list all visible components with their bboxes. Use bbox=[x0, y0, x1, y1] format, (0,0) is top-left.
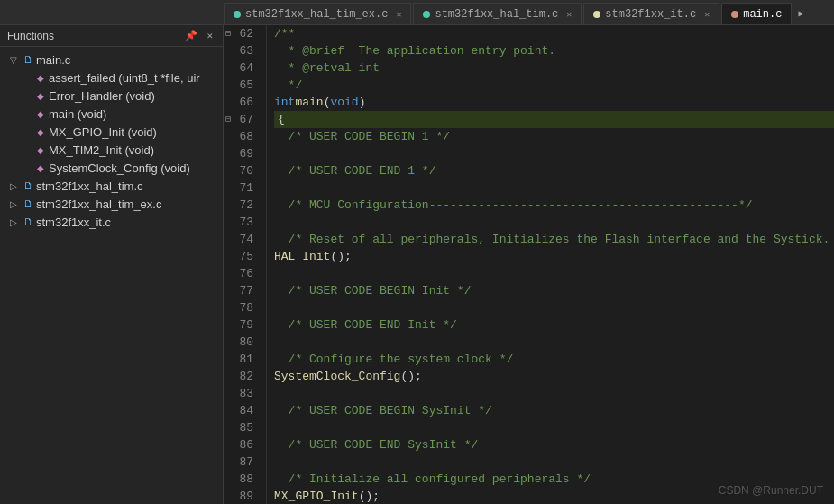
diamond-icon: ◆ bbox=[32, 109, 49, 119]
sidebar-item-hal-tim[interactable]: ▷ 🗋 stm32f1xx_hal_tim.c bbox=[0, 177, 223, 195]
code-line: * @brief The application entry point. bbox=[274, 42, 834, 60]
tree-item-label: assert_failed (uint8_t *file, uir bbox=[49, 71, 219, 85]
tab-dot bbox=[593, 11, 600, 18]
code-line: /* USER CODE END SysInit */ bbox=[274, 436, 834, 454]
code-line: /* USER CODE END Init */ bbox=[274, 316, 834, 334]
code-line bbox=[274, 214, 834, 231]
code-line: HAL_Init(); bbox=[274, 248, 834, 265]
tab-dot bbox=[423, 11, 430, 18]
sidebar-header-icons: 📌 ✕ bbox=[182, 29, 215, 42]
sidebar-item-it-c[interactable]: ▷ 🗋 stm32f1xx_it.c bbox=[0, 213, 223, 231]
code-line bbox=[274, 265, 834, 282]
tab-label: main.c bbox=[743, 8, 782, 21]
expand-icon[interactable]: ▷ bbox=[7, 217, 20, 227]
sidebar-tree: ▽ 🗋 main.c ◆ assert_failed (uint8_t *fil… bbox=[0, 47, 223, 504]
sidebar-title: Functions bbox=[7, 30, 54, 42]
code-line: SystemClock_Config(); bbox=[274, 368, 834, 385]
tab-stm32f1xx-it[interactable]: stm32f1xx_it.c ✕ bbox=[583, 3, 719, 24]
tab-close-icon[interactable]: ✕ bbox=[396, 9, 401, 20]
code-line: */ bbox=[274, 77, 834, 94]
tab-label: stm32f1xx_hal_tim_ex.c bbox=[245, 8, 388, 21]
tree-item-label: main.c bbox=[36, 53, 219, 67]
code-line bbox=[274, 179, 834, 197]
code-line: /* Initialize all configured peripherals… bbox=[274, 471, 834, 488]
code-line: /** bbox=[274, 25, 834, 42]
tree-item-label: MX_GPIO_Init (void) bbox=[49, 125, 219, 139]
tab-stm32f1xx-hal-tim-ex[interactable]: stm32f1xx_hal_tim_ex.c ✕ bbox=[224, 3, 411, 24]
sidebar-item-mx-gpio-init[interactable]: ◆ MX_GPIO_Init (void) bbox=[0, 123, 223, 141]
code-line: /* USER CODE BEGIN Init */ bbox=[274, 282, 834, 299]
code-line bbox=[274, 385, 834, 402]
code-line: {▶ bbox=[274, 111, 834, 128]
sidebar-item-mx-tim2-init[interactable]: ◆ MX_TIM2_Init (void) bbox=[0, 141, 223, 159]
expand-icon[interactable]: ▷ bbox=[7, 181, 20, 191]
tree-item-label: main (void) bbox=[49, 107, 219, 121]
pin-icon[interactable]: 📌 bbox=[182, 29, 200, 42]
main-area: Functions 📌 ✕ ▽ 🗋 main.c ◆ assert_failed… bbox=[0, 25, 834, 504]
code-line: /* MCU Configuration--------------------… bbox=[274, 197, 834, 214]
line-numbers: ⊟6263646566⊟6768697071727374757677787980… bbox=[224, 25, 267, 504]
tree-item-label: MX_TIM2_Init (void) bbox=[49, 143, 219, 157]
close-icon[interactable]: ✕ bbox=[204, 29, 215, 42]
diamond-icon: ◆ bbox=[32, 145, 49, 155]
code-line bbox=[274, 419, 834, 436]
tree-item-label: stm32f1xx_it.c bbox=[36, 215, 219, 229]
diamond-icon: ◆ bbox=[32, 91, 49, 101]
tab-label: stm32f1xx_hal_tim.c bbox=[435, 8, 558, 21]
sidebar-item-main-c[interactable]: ▽ 🗋 main.c bbox=[0, 50, 223, 69]
file-icon: 🗋 bbox=[20, 198, 36, 209]
tree-item-label: SystemClock_Config (void) bbox=[49, 161, 219, 175]
tree-item-label: stm32f1xx_hal_tim_ex.c bbox=[36, 197, 219, 211]
code-line bbox=[274, 299, 834, 316]
tab-dot bbox=[234, 11, 241, 18]
tab-bar: stm32f1xx_hal_tim_ex.c ✕ stm32f1xx_hal_t… bbox=[0, 0, 834, 25]
sidebar-item-hal-tim-ex[interactable]: ▷ 🗋 stm32f1xx_hal_tim_ex.c bbox=[0, 195, 223, 213]
sidebar-item-assert-failed[interactable]: ◆ assert_failed (uint8_t *file, uir bbox=[0, 69, 223, 87]
code-line bbox=[274, 334, 834, 351]
code-editor: ⊟6263646566⊟6768697071727374757677787980… bbox=[224, 25, 834, 504]
sidebar-item-systemclock-config[interactable]: ◆ SystemClock_Config (void) bbox=[0, 159, 223, 177]
expand-icon[interactable]: ▽ bbox=[7, 55, 20, 65]
code-line: * @retval int bbox=[274, 60, 834, 77]
file-icon: 🗋 bbox=[20, 216, 36, 227]
diamond-icon: ◆ bbox=[32, 163, 49, 173]
tab-dot bbox=[731, 11, 738, 18]
tab-close-icon[interactable]: ✕ bbox=[704, 9, 710, 20]
tree-item-label: stm32f1xx_hal_tim.c bbox=[36, 179, 219, 193]
code-line: MX_GPIO_Init(); bbox=[274, 488, 834, 504]
code-area[interactable]: /** * @brief The application entry point… bbox=[267, 25, 834, 504]
diamond-icon: ◆ bbox=[32, 73, 49, 83]
file-icon: 🗋 bbox=[20, 180, 36, 191]
tab-close-icon[interactable]: ✕ bbox=[566, 9, 572, 20]
code-line: /* USER CODE BEGIN 1 */ bbox=[274, 128, 834, 145]
code-line: /* USER CODE BEGIN SysInit */ bbox=[274, 402, 834, 419]
code-line bbox=[274, 145, 834, 162]
sidebar-header: Functions 📌 ✕ bbox=[0, 25, 223, 47]
code-line bbox=[274, 454, 834, 471]
tab-main-c[interactable]: main.c bbox=[721, 3, 792, 24]
tab-label: stm32f1xx_it.c bbox=[605, 8, 696, 21]
code-line: /* USER CODE END 1 */ bbox=[274, 162, 834, 179]
sidebar-item-error-handler[interactable]: ◆ Error_Handler (void) bbox=[0, 87, 223, 105]
code-line: int main(void) bbox=[274, 94, 834, 111]
expand-icon[interactable]: ▷ bbox=[7, 199, 20, 209]
tab-stm32f1xx-hal-tim[interactable]: stm32f1xx_hal_tim.c ✕ bbox=[413, 3, 582, 24]
tab-scroll-right[interactable]: ▶ bbox=[793, 3, 808, 24]
file-icon: 🗋 bbox=[20, 54, 36, 65]
diamond-icon: ◆ bbox=[32, 127, 49, 137]
sidebar: Functions 📌 ✕ ▽ 🗋 main.c ◆ assert_failed… bbox=[0, 25, 224, 504]
tree-item-label: Error_Handler (void) bbox=[49, 89, 219, 103]
code-line: /* Configure the system clock */ bbox=[274, 351, 834, 368]
code-line: /* Reset of all peripherals, Initializes… bbox=[274, 231, 834, 248]
sidebar-item-main-void[interactable]: ◆ main (void) bbox=[0, 105, 223, 123]
